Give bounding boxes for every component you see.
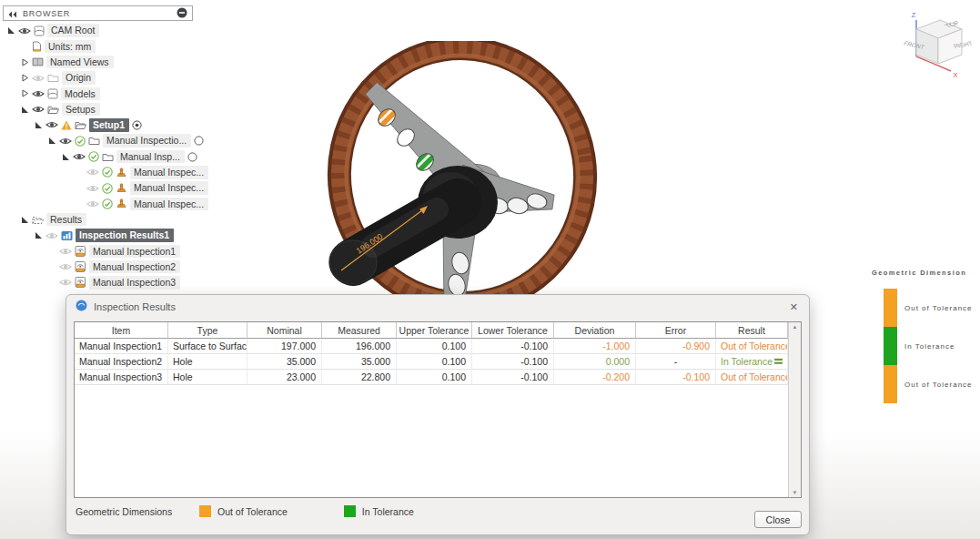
column-header[interactable]: Upper Tolerance <box>397 322 472 339</box>
expand-open-icon[interactable] <box>35 121 43 129</box>
scroll-down-icon[interactable]: ▼ <box>793 490 798 495</box>
tree-item-label[interactable]: Models <box>61 87 100 101</box>
scroll-up-icon[interactable]: ▲ <box>793 324 798 330</box>
visibility-eye-off-icon[interactable] <box>59 278 72 287</box>
tree-item[interactable]: Results <box>0 212 200 228</box>
cell-measured: 22.800 <box>322 370 397 385</box>
column-header[interactable]: Deviation <box>554 322 636 339</box>
expand-placeholder <box>76 184 84 192</box>
column-header[interactable]: Error <box>636 322 716 339</box>
expand-placeholder <box>76 199 84 208</box>
expand-closed-icon[interactable] <box>21 58 29 66</box>
steering-wheel-model[interactable]: 196.000 <box>300 41 601 305</box>
column-header[interactable]: Lower Tolerance <box>472 322 554 339</box>
expand-placeholder <box>21 42 29 50</box>
report-icon <box>75 261 86 272</box>
tree-item-label[interactable]: Manual Inspection2 <box>89 260 180 274</box>
cell-deviation: -1.000 <box>554 339 636 354</box>
visibility-eye-off-icon[interactable] <box>86 168 99 177</box>
check-icon <box>75 136 86 147</box>
tree-item-label[interactable]: Setup1 <box>89 118 129 132</box>
tree-item[interactable]: Setup1 <box>0 117 200 133</box>
tree-item-label[interactable]: Manual Inspec... <box>130 181 208 195</box>
tree-item[interactable]: Inspection Results1 <box>0 228 200 243</box>
tree-item[interactable]: Units: mm <box>0 38 200 54</box>
panel-options-icon[interactable] <box>177 5 187 22</box>
tree-item[interactable]: Setups <box>0 101 200 117</box>
expand-open-icon[interactable] <box>35 231 43 239</box>
check-icon <box>102 183 113 194</box>
browser-panel-title: BROWSER <box>23 9 171 18</box>
status-circle-icon <box>187 152 197 162</box>
tree-item[interactable]: CAM Root <box>0 23 200 38</box>
tree-item[interactable]: Models <box>0 86 200 101</box>
collapse-panel-icon[interactable] <box>8 5 17 22</box>
visibility-eye-icon[interactable] <box>45 120 58 129</box>
visibility-eye-icon[interactable] <box>73 152 86 161</box>
visibility-eye-off-icon[interactable] <box>59 247 72 256</box>
tree-item[interactable]: Manual Insp... <box>0 148 200 164</box>
tree-item[interactable]: Origin <box>0 70 200 86</box>
expand-open-icon[interactable] <box>48 137 56 145</box>
tree-item[interactable]: Manual Inspec... <box>0 196 200 211</box>
table-row[interactable]: Manual Inspection3Hole23.00022.8000.100-… <box>75 370 788 385</box>
table-row[interactable]: Manual Inspection2Hole35.00035.0000.100-… <box>75 354 788 370</box>
tree-item-label[interactable]: Setups <box>62 103 100 117</box>
dialog-close-icon[interactable]: ✕ <box>788 301 800 313</box>
tree-item-label[interactable]: Manual Inspectio... <box>103 134 191 147</box>
column-header[interactable]: Result <box>716 322 788 339</box>
expand-open-icon[interactable] <box>21 216 29 224</box>
tree-item-label[interactable]: Origin <box>62 71 96 85</box>
tree-item[interactable]: Named Views <box>0 55 200 70</box>
tree-item-label[interactable]: Manual Inspec... <box>130 198 208 211</box>
expand-closed-icon[interactable] <box>21 74 29 82</box>
column-header[interactable]: Measured <box>322 322 397 339</box>
tree-item[interactable]: Manual Inspectio... <box>0 133 200 148</box>
expand-closed-icon[interactable] <box>21 89 29 97</box>
result-text: In Tolerance <box>721 356 773 367</box>
expand-open-icon[interactable] <box>21 106 29 114</box>
tree-item[interactable]: Manual Inspection3 <box>0 275 200 290</box>
legend-segment-label: Out of Tolerance <box>904 365 973 403</box>
tree-item-label[interactable]: Manual Insp... <box>116 150 185 164</box>
visibility-eye-icon[interactable] <box>32 105 45 114</box>
folder-open-icon <box>47 105 59 115</box>
tree-item-label[interactable]: Units: mm <box>45 40 96 54</box>
tree-item-label[interactable]: CAM Root <box>47 24 99 37</box>
cell-nominal: 23.000 <box>248 370 322 385</box>
column-header[interactable]: Nominal <box>248 322 322 339</box>
tree-item[interactable]: Manual Inspec... <box>0 165 200 180</box>
tree-item[interactable]: Manual Inspection1 <box>0 243 200 259</box>
tree-item-label[interactable]: Inspection Results1 <box>76 229 174 242</box>
folder-icon <box>88 136 100 146</box>
cell-item: Manual Inspection1 <box>75 339 168 354</box>
visibility-eye-off-icon[interactable] <box>32 74 45 83</box>
visibility-eye-icon[interactable] <box>32 89 45 98</box>
expand-open-icon[interactable] <box>7 26 15 35</box>
cell-error: - <box>636 354 716 370</box>
viewcube[interactable]: TOP FRONT RIGHT Z X <box>904 5 976 86</box>
visibility-eye-icon[interactable] <box>18 26 31 36</box>
visibility-eye-off-icon[interactable] <box>86 199 99 208</box>
column-header[interactable]: Type <box>168 322 248 339</box>
tree-item[interactable]: Manual Inspection2 <box>0 259 200 274</box>
visibility-eye-icon[interactable] <box>59 137 72 146</box>
tree-item-label[interactable]: Manual Inspec... <box>130 166 208 179</box>
cell-error: -0.900 <box>636 339 716 354</box>
tree-item-label[interactable]: Named Views <box>46 56 114 69</box>
cell-result: In Tolerance <box>716 354 788 370</box>
tree-item-label[interactable]: Manual Inspection1 <box>89 245 180 259</box>
tree-item-label[interactable]: Results <box>46 213 86 227</box>
tree-item[interactable]: Manual Inspec... <box>0 180 200 196</box>
column-header[interactable]: Item <box>75 322 168 339</box>
expand-open-icon[interactable] <box>62 153 70 161</box>
tree-item-label[interactable]: Manual Inspection3 <box>89 276 180 290</box>
visibility-eye-off-icon[interactable] <box>86 184 99 193</box>
active-setup-radio-icon[interactable] <box>132 120 142 130</box>
visibility-eye-off-icon[interactable] <box>59 262 72 271</box>
close-button[interactable]: Close <box>754 511 802 528</box>
table-row[interactable]: Manual Inspection1Surface to Surface197.… <box>75 339 788 354</box>
dialog-header[interactable]: Inspection Results ✕ <box>66 295 809 319</box>
visibility-eye-off-icon[interactable] <box>45 231 58 240</box>
table-scrollbar[interactable]: ▲ ▼ <box>788 322 801 497</box>
